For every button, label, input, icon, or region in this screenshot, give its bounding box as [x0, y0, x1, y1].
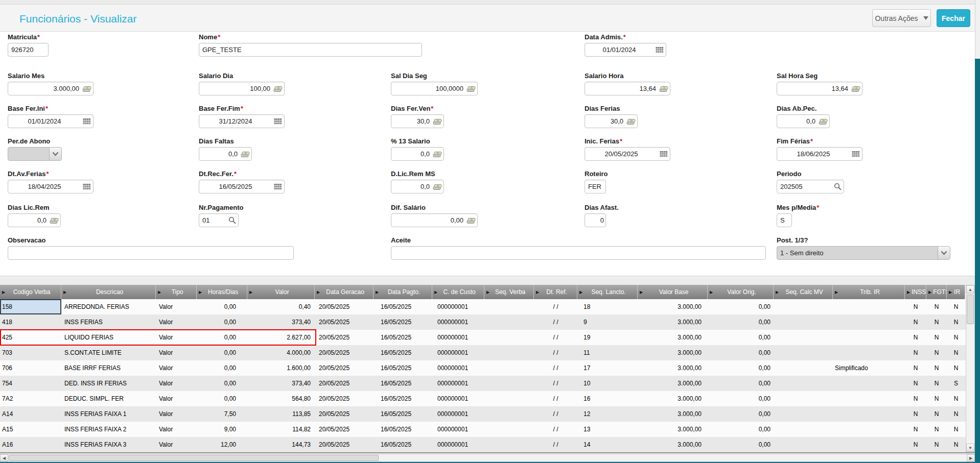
ir-cell[interactable]: N [947, 314, 965, 330]
seq_verba-cell[interactable] [484, 314, 534, 330]
data_geracao-cell[interactable]: 20/05/2025 [315, 406, 374, 422]
valor-cell[interactable]: 373,40 [247, 376, 315, 391]
c_custo-cell[interactable]: 000000001 [432, 437, 484, 452]
column-header-valor_base[interactable]: ▶Valor Base [638, 285, 708, 299]
ir-cell[interactable]: N [947, 391, 965, 406]
data_geracao-cell[interactable]: 20/05/2025 [315, 345, 374, 360]
salario_dia-field[interactable]: 100,00 [199, 82, 285, 95]
calendar-icon[interactable] [850, 148, 862, 160]
data_admis-field[interactable]: 01/01/2024 [585, 43, 666, 57]
ir-cell[interactable]: N [947, 437, 965, 452]
ir-cell[interactable]: N [947, 330, 965, 345]
inss-cell[interactable]: N [905, 314, 926, 330]
codigo-cell[interactable]: 754 [0, 376, 61, 391]
dt_ref-cell[interactable]: / / [534, 299, 577, 314]
calendar-icon[interactable] [272, 180, 284, 193]
c_custo-cell[interactable]: 000000001 [432, 330, 484, 345]
seq_verba-cell[interactable] [484, 376, 534, 391]
calendar-icon[interactable] [272, 115, 284, 128]
tipo-cell[interactable]: Valor [156, 391, 197, 406]
inss-cell[interactable]: N [905, 345, 926, 360]
data_pagto-cell[interactable]: 16/05/2025 [374, 406, 432, 422]
horas_dias-cell[interactable]: 0,00 [197, 299, 247, 314]
column-header-tipo[interactable]: ▶Tipo [156, 285, 197, 299]
descricao-cell[interactable]: S.CONT.ATE LIMITE [61, 345, 156, 360]
trib_ir-cell[interactable] [833, 391, 905, 406]
horas_dias-cell[interactable]: 0,00 [197, 391, 247, 406]
tipo-cell[interactable]: Valor [156, 330, 197, 345]
inss-cell[interactable]: N [905, 299, 926, 314]
c_custo-cell[interactable]: 000000001 [432, 345, 484, 360]
seq_calc_mv-cell[interactable] [774, 391, 833, 406]
codigo-cell[interactable]: 703 [0, 345, 61, 360]
valor_orig-cell[interactable]: 0,00 [708, 330, 774, 345]
column-header-codigo[interactable]: ▶Codigo Verba [0, 285, 61, 299]
data_geracao-cell[interactable]: 20/05/2025 [315, 330, 374, 345]
trib_ir-cell[interactable] [833, 376, 905, 391]
valor_base-cell[interactable]: 3.000,00 [638, 314, 708, 330]
seq_lancto-cell[interactable]: 17 [577, 360, 638, 376]
scroll-left-icon[interactable]: ◀ [0, 454, 8, 461]
seq_lancto-cell[interactable]: 19 [577, 330, 638, 345]
valor_base-cell[interactable]: 3.000,00 [638, 299, 708, 314]
trib_ir-cell[interactable] [833, 330, 905, 345]
seq_lancto-cell[interactable]: 9 [577, 314, 638, 330]
inss-cell[interactable]: N [905, 330, 926, 345]
salario_mes-field[interactable]: 3.000,00 [8, 82, 94, 95]
data_pagto-cell[interactable]: 16/05/2025 [374, 360, 432, 376]
valor_orig-cell[interactable]: 0,00 [708, 406, 774, 422]
dt_av_ferias-field[interactable]: 18/04/2025 [8, 180, 94, 193]
column-header-horas_dias[interactable]: ▶Horas/Dias [197, 285, 247, 299]
valor_base-cell[interactable]: 3.000,00 [638, 406, 708, 422]
valor-cell[interactable]: 1.600,00 [247, 360, 315, 376]
nr_pagamento-field[interactable]: 01 [199, 213, 239, 227]
seq_calc_mv-cell[interactable] [774, 422, 833, 437]
trib_ir-cell[interactable] [833, 422, 905, 437]
descricao-cell[interactable]: DED. INSS IR FERIAS [61, 376, 156, 391]
pct13-field[interactable]: 0,0 [391, 147, 444, 161]
fgts-cell[interactable]: N [926, 360, 947, 376]
valor_base-cell[interactable]: 3.000,00 [638, 391, 708, 406]
data_geracao-cell[interactable]: 20/05/2025 [315, 360, 374, 376]
search-icon[interactable] [226, 214, 238, 227]
dt_ref-cell[interactable]: / / [534, 391, 577, 406]
column-header-seq_verba[interactable]: ▶Seq. Verba [484, 285, 534, 299]
fgts-cell[interactable]: N [926, 376, 947, 391]
seq_calc_mv-cell[interactable] [774, 299, 833, 314]
dt_ref-cell[interactable]: / / [534, 330, 577, 345]
seq_lancto-cell[interactable]: 10 [577, 376, 638, 391]
column-header-data_geracao[interactable]: ▶Data Geracao [315, 285, 374, 299]
tipo-cell[interactable]: Valor [156, 376, 197, 391]
horas_dias-cell[interactable]: 12,00 [197, 437, 247, 452]
data_pagto-cell[interactable]: 16/05/2025 [374, 314, 432, 330]
nome-field[interactable]: GPE_TESTE [199, 43, 422, 57]
fgts-cell[interactable]: N [926, 314, 947, 330]
base_fer_fim-field[interactable]: 31/12/2024 [199, 114, 285, 128]
seq_lancto-cell[interactable]: 12 [577, 406, 638, 422]
aceite-field[interactable] [391, 246, 766, 260]
codigo-cell[interactable]: A14 [0, 406, 61, 422]
column-header-seq_lancto[interactable]: ▶Seq. Lancto. [577, 285, 638, 299]
horizontal-scrollbar[interactable]: ◀ ▶ [0, 454, 975, 462]
column-header-valor[interactable]: ▶Valor [247, 285, 315, 299]
column-header-valor_orig[interactable]: ▶Valor Orig. [708, 285, 774, 299]
calendar-icon[interactable] [658, 148, 670, 160]
inss-cell[interactable]: N [905, 391, 926, 406]
data_geracao-cell[interactable]: 20/05/2025 [315, 376, 374, 391]
tipo-cell[interactable]: Valor [156, 422, 197, 437]
seq_calc_mv-cell[interactable] [774, 314, 833, 330]
valor-cell[interactable]: 564,80 [247, 391, 315, 406]
valor_orig-cell[interactable]: 0,00 [708, 360, 774, 376]
vertical-scrollbar[interactable]: ▲ ▼ [966, 285, 975, 452]
data_pagto-cell[interactable]: 16/05/2025 [374, 376, 432, 391]
seq_verba-cell[interactable] [484, 330, 534, 345]
trib_ir-cell[interactable]: Simplificado [833, 360, 905, 376]
column-header-fgts[interactable]: ▶FGTS [926, 285, 947, 299]
tipo-cell[interactable]: Valor [156, 314, 197, 330]
dt_ref-cell[interactable]: / / [534, 345, 577, 360]
data_geracao-cell[interactable]: 20/05/2025 [315, 437, 374, 452]
valor-cell[interactable]: 114,82 [247, 422, 315, 437]
tipo-cell[interactable]: Valor [156, 345, 197, 360]
descricao-cell[interactable]: INSS FERIAS [61, 314, 156, 330]
seq_lancto-cell[interactable]: 16 [577, 391, 638, 406]
